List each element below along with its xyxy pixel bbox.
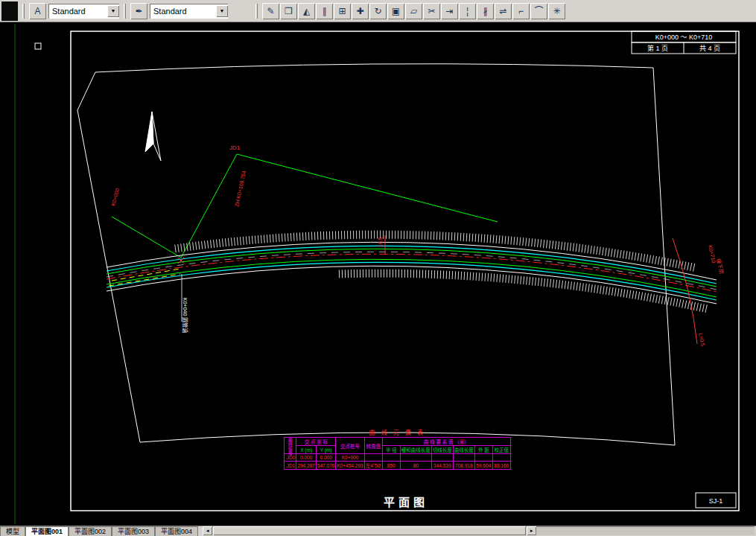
table-cell: 344.539 [431, 462, 453, 470]
top-toolbar: A Standard ▼ ✒ Standard ▼ ✎❐◭∥⊞✚↻▣▱✂⇥¦∦⇌… [0, 0, 756, 22]
scrollbar-thumb[interactable] [213, 526, 526, 535]
fillet-button[interactable]: ⌒ [530, 3, 547, 19]
scroll-left-icon[interactable]: ◄ [203, 526, 212, 535]
existing-edge-yellow-2 [112, 269, 180, 281]
station-range-label: K0+000 ～ K0+710 [655, 34, 713, 41]
table-cell: K0+454.293 [336, 462, 364, 470]
table-subheader: X (m) [296, 446, 317, 454]
road-cyan-bottom [107, 262, 717, 300]
break-at-point-button[interactable]: ¦ [459, 3, 476, 19]
station-marks [178, 235, 697, 344]
array-button[interactable]: ⊞ [334, 3, 351, 19]
drawing-canvas[interactable]: K0+000 ～ K0+710 第 1 页 共 4 页 JD1 [0, 22, 756, 526]
table-cell: 0.000 [316, 454, 336, 462]
curve-table-block: 曲 线 元 素 表 曲线编号交 点 坐 标交点桩号转角值曲 线 要 素 值 （米… [284, 428, 511, 470]
chevron-down-icon[interactable]: ▼ [216, 5, 228, 17]
trim-button[interactable]: ✂ [423, 3, 440, 19]
table-row: .JD00.0000.000K0+000 [285, 454, 511, 462]
table-header: 交 点 坐 标 [296, 438, 336, 446]
table-cell: .JD0 [285, 454, 296, 462]
table-header: 转角值 [364, 438, 382, 454]
layout-tab-平面图004[interactable]: 平面图004 [155, 526, 198, 536]
table-subheader: 曲线长度 [453, 446, 474, 454]
jd1-label: JD1 [229, 144, 241, 151]
copy-button[interactable]: ❐ [280, 3, 297, 19]
road-green-top [107, 249, 717, 287]
table-row: .JD1294.287547.076K0+454.293左4°50′850803… [285, 462, 511, 470]
toolbar-grip[interactable] [255, 4, 258, 19]
table-cell: 59.604 [474, 462, 492, 470]
pickbox-cursor [35, 43, 41, 49]
table-header: 交点桩号 [336, 438, 364, 454]
existing-edge-yellow-1 [109, 274, 180, 286]
text-style-value: Standard [52, 7, 86, 16]
toolbar-grip[interactable] [22, 4, 25, 19]
scroll-right-icon[interactable]: ► [527, 526, 536, 535]
tangent-lines [112, 154, 498, 258]
stretch-button[interactable]: ▱ [405, 3, 422, 19]
table-cell: 左4°50′ [364, 462, 382, 470]
mirror-button[interactable]: ◭ [298, 3, 315, 19]
table-subheader: 外 距 [474, 446, 492, 454]
horizontal-scrollbar[interactable]: ◄ ► [203, 526, 755, 535]
match-line-label: K0+710 [708, 245, 717, 264]
page-no-label: 第 1 页 [647, 44, 668, 52]
layout-tab-模型[interactable]: 模型 [0, 526, 25, 536]
table-subheader: 切线长度 [431, 446, 453, 454]
table-cell: .JD1 [285, 462, 296, 470]
table-cell: 0.000 [296, 454, 317, 462]
table-cell: 294.287 [296, 462, 317, 470]
table-cell [382, 454, 400, 462]
table-cell [474, 454, 492, 462]
table-cell: 547.076 [316, 462, 336, 470]
dim-style-combo[interactable]: Standard ▼ [150, 4, 228, 19]
table-subheader: 缓和曲线长度 [400, 446, 431, 454]
table-cell: 708.918 [453, 462, 474, 470]
culvert-label: K0+040 圆管涵 [182, 298, 188, 333]
table-header: 曲 线 要 素 值 （米） [382, 438, 510, 446]
text-style-combo[interactable]: Standard ▼ [48, 4, 119, 19]
page-total-label: 共 4 页 [699, 45, 720, 52]
chevron-down-icon[interactable]: ▼ [107, 5, 119, 17]
north-arrow-icon [145, 112, 161, 161]
table-subheader: Y (m) [316, 446, 336, 454]
table-cell [400, 454, 431, 462]
offset-button[interactable]: ∥ [316, 3, 333, 19]
dim-style-value: Standard [153, 7, 187, 16]
sector-boundary [77, 64, 675, 445]
table-header: 曲线编号 [285, 438, 296, 454]
table-cell: 80 [400, 462, 431, 470]
layout-tab-平面图003[interactable]: 平面图003 [112, 526, 155, 536]
toolbar-grip[interactable] [124, 4, 126, 19]
modify-toolbar: ✎❐◭∥⊞✚↻▣▱✂⇥¦∦⇌⌐⌒✳ [262, 3, 565, 19]
layout-tab-平面图001[interactable]: 平面图001 [25, 526, 69, 536]
table-subheader: 校正值 [492, 446, 510, 454]
table-cell [364, 454, 382, 462]
width-dimension-label: 16.5 [378, 237, 383, 247]
table-cell [453, 454, 474, 462]
match-note-label: 接下页 [715, 258, 725, 275]
explode-button[interactable]: ✳ [548, 3, 565, 19]
road-edge-bottom [107, 266, 717, 304]
break-button[interactable]: ∦ [477, 3, 494, 19]
sheet-title: 平面图 [384, 496, 428, 508]
sheet-no-label: SJ-1 [709, 497, 723, 505]
text-style-manager-button[interactable]: A [29, 3, 46, 19]
join-button[interactable]: ⇌ [495, 3, 512, 19]
start-station-label: K0+000 [110, 188, 120, 206]
table-cell [431, 454, 453, 462]
erase-button[interactable]: ✎ [262, 3, 279, 19]
extend-button[interactable]: ⇥ [441, 3, 458, 19]
dim-style-manager-button[interactable]: ✒ [130, 3, 147, 19]
table-cell [492, 454, 510, 462]
rotate-button[interactable]: ↻ [369, 3, 387, 19]
slope-note-label: L=0.5 [698, 333, 706, 347]
move-button[interactable]: ✚ [352, 3, 369, 19]
chamfer-button[interactable]: ⌐ [512, 3, 530, 19]
lane-dashed-line [107, 252, 717, 290]
zh-station-label: ZH K0+109.754 [234, 170, 247, 207]
docked-toolbar-stub [1, 1, 18, 21]
layout-tab-平面图002[interactable]: 平面图002 [69, 526, 112, 536]
scale-button[interactable]: ▣ [387, 3, 404, 19]
table-cell: 88.160 [492, 462, 510, 470]
